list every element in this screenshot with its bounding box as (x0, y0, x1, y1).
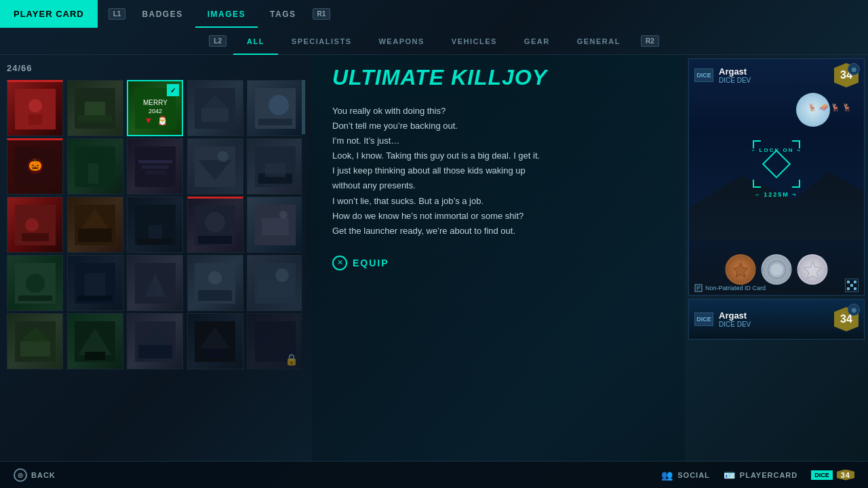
svg-rect-46 (262, 218, 289, 235)
grid-item-image (7, 82, 62, 136)
grid-item[interactable] (67, 255, 123, 311)
svg-rect-59 (198, 290, 232, 301)
dice-badge: DICE (811, 470, 833, 480)
grid-item-locked[interactable]: 🔒 (247, 313, 303, 369)
image-gallery-panel: 24/66 MERRY2042♥🎅 (0, 55, 312, 461)
grid-item[interactable] (7, 197, 63, 253)
desc-line-5: I just keep thinking about all those kid… (332, 165, 526, 176)
grid-item[interactable] (127, 197, 183, 253)
bumper-r1[interactable]: R1 (313, 8, 331, 20)
player-card-tab[interactable]: PLAYER CARD (0, 0, 98, 28)
social-button[interactable]: 👥 SOCIAL (661, 470, 710, 481)
grid-item[interactable] (187, 255, 243, 311)
dice-button[interactable]: DICE 34 (811, 470, 854, 481)
sub-tab-weapons[interactable]: WEAPONS (365, 28, 437, 55)
tab-images[interactable]: IMAGES (195, 0, 258, 28)
grid-item[interactable] (127, 255, 183, 311)
grid-item-image (127, 139, 182, 194)
player-preview-panel: 🦌🛷🦌🦌 DICE Argast DICE Dev 34 ⊕ ⌐ LOCK ON… (685, 55, 868, 461)
distance-text: ⌐ 1225M ¬ (755, 191, 797, 198)
grid-item[interactable] (7, 313, 63, 369)
grid-item[interactable] (67, 138, 123, 195)
grid-item[interactable] (7, 80, 63, 136)
svg-rect-41 (138, 239, 172, 244)
grid-item[interactable] (127, 313, 183, 369)
grid-item[interactable] (247, 255, 303, 311)
bumper-l2[interactable]: L2 (209, 35, 226, 47)
close-button-small[interactable]: ⊕ (848, 304, 860, 316)
targeting-reticle (766, 154, 787, 174)
svg-point-15 (269, 95, 289, 115)
equip-circle-icon (332, 256, 347, 270)
svg-point-49 (26, 274, 45, 293)
qr-cell (850, 287, 853, 290)
svg-rect-4 (85, 102, 105, 115)
bumper-r2[interactable]: R2 (641, 35, 659, 47)
grid-item[interactable] (247, 138, 303, 195)
tab-badges[interactable]: BADGES (130, 0, 195, 28)
sub-tab-all[interactable]: ALL (233, 28, 278, 55)
sub-tab-gear[interactable]: GEAR (511, 28, 564, 55)
svg-point-29 (218, 151, 229, 162)
grid-item-selected[interactable]: MERRY2042♥🎅 ✓ (127, 80, 183, 136)
top-navigation: PLAYER CARD L1 BADGES IMAGES TAGS R1 (0, 0, 868, 28)
playercard-button[interactable]: 🪪 PLAYERCARD (724, 470, 797, 481)
reindeer-silhouette: 🦌🛷🦌🦌 (808, 103, 854, 112)
svg-rect-61 (258, 280, 292, 297)
back-button[interactable]: ◎ BACK (14, 468, 56, 482)
qr-cell (847, 281, 850, 283)
main-nav-tabs: L1 BADGES IMAGES TAGS R1 (104, 0, 335, 28)
equip-button[interactable]: EQUIP (332, 256, 665, 270)
qr-cell (847, 284, 850, 287)
medal-gold (797, 254, 828, 285)
grid-item[interactable] (247, 197, 303, 253)
grid-item-image (248, 81, 302, 136)
close-button[interactable]: ⊕ (848, 63, 860, 75)
svg-rect-37 (78, 228, 112, 242)
scroll-indicator[interactable] (302, 80, 305, 369)
tab-tags[interactable]: TAGS (258, 0, 308, 28)
scroll-thumb (302, 80, 305, 134)
bracket-bottom-left (753, 180, 761, 188)
svg-rect-52 (85, 273, 105, 297)
desc-line-1: You really ok with doing this? (332, 106, 446, 116)
svg-point-34 (25, 218, 39, 232)
svg-point-47 (279, 211, 288, 219)
sub-tab-specialists[interactable]: SPECIALISTS (278, 28, 366, 55)
grid-item[interactable] (67, 80, 123, 136)
bumper-l1[interactable]: L1 (108, 8, 126, 20)
sub-tab-general[interactable]: GENERAL (564, 28, 634, 55)
grid-item-image (248, 197, 302, 252)
grid-item[interactable] (127, 138, 183, 195)
grid-item[interactable] (187, 197, 243, 253)
qr-cell (854, 284, 856, 287)
player-name-small: Argast (719, 310, 829, 321)
grid-item-image (248, 139, 302, 194)
grid-item[interactable] (247, 80, 303, 136)
grid-item-image (127, 256, 182, 310)
qr-cell (847, 287, 850, 290)
player-name: Argast (719, 66, 829, 77)
grid-item[interactable] (67, 197, 123, 253)
sub-tab-vehicles[interactable]: VEHICLES (438, 28, 511, 55)
grid-item[interactable] (187, 313, 243, 369)
player-preview-card-small: DICE Argast DICE Dev 34 ⊕ (688, 299, 865, 340)
grid-item[interactable] (187, 80, 243, 136)
grid-item[interactable] (187, 138, 243, 195)
player-role-small: DICE Dev (719, 321, 829, 328)
svg-text:🎅: 🎅 (157, 115, 167, 125)
svg-point-43 (205, 212, 225, 232)
grid-item[interactable] (7, 255, 63, 311)
svg-text:MERRY: MERRY (143, 99, 167, 106)
grid-item[interactable]: 🎃 (7, 138, 63, 195)
desc-line-8: How do we know he’s not immortal or some… (332, 211, 524, 221)
svg-rect-70 (138, 345, 172, 359)
grid-item[interactable] (67, 313, 123, 369)
medal-silver (762, 254, 792, 285)
svg-rect-32 (265, 163, 285, 177)
medal-bronze (726, 254, 756, 285)
svg-point-78 (770, 264, 783, 276)
social-icon: 👥 (661, 470, 673, 481)
svg-marker-76 (734, 263, 748, 277)
player-preview-card-large: 🦌🛷🦌🦌 DICE Argast DICE Dev 34 ⊕ ⌐ LOCK ON… (688, 58, 865, 296)
